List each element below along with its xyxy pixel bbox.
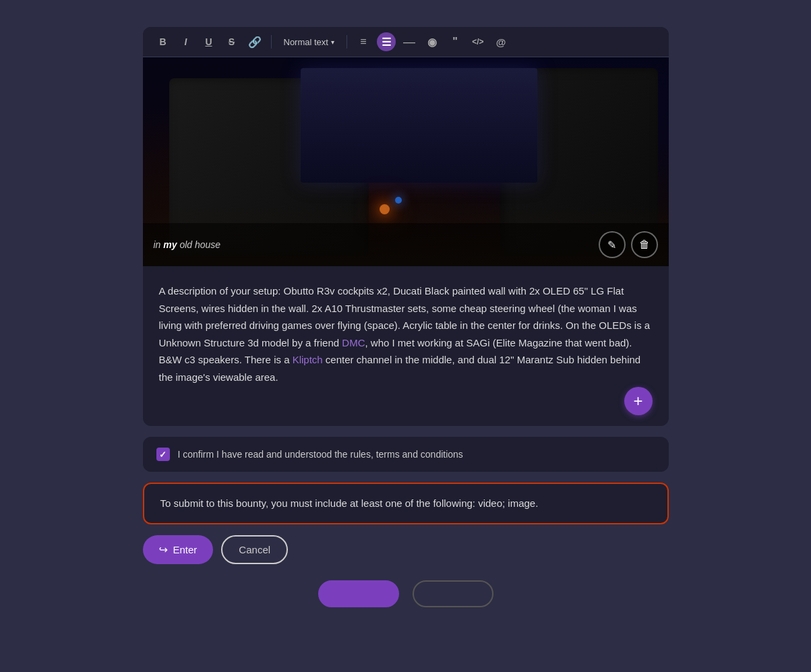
text-style-dropdown[interactable]: Normal text ▾ xyxy=(278,34,340,50)
enter-button[interactable]: ↩ Enter xyxy=(143,535,214,564)
article-text-block[interactable]: A description of your setup: Obutto R3v … xyxy=(143,266,669,426)
mention-button[interactable]: @ xyxy=(491,32,510,51)
editor-panel: B I U S 🔗 Normal text ▾ ≡ ☰ — ◉ " </> @ xyxy=(143,27,669,426)
image-caption: in my old house xyxy=(154,239,221,250)
quote-button[interactable]: " xyxy=(446,32,464,51)
terms-checkbox[interactable] xyxy=(156,448,170,461)
main-container: B I U S 🔗 Normal text ▾ ≡ ☰ — ◉ " </> @ xyxy=(143,27,669,607)
bullet-list-button[interactable]: ☰ xyxy=(377,32,396,51)
toolbar-divider-1 xyxy=(271,35,272,49)
error-message-text: To submit to this bounty, you must inclu… xyxy=(160,497,539,509)
add-content-button[interactable]: + xyxy=(624,387,653,415)
bottom-btn-right[interactable] xyxy=(413,580,493,607)
cancel-button[interactable]: Cancel xyxy=(221,535,288,564)
toolbar-divider-2 xyxy=(347,35,347,49)
enter-button-label: Enter xyxy=(173,544,198,555)
blue-highlight-shape xyxy=(395,197,402,204)
strikethrough-button[interactable]: S xyxy=(222,32,241,51)
error-message-box: To submit to this bounty, you must inclu… xyxy=(143,483,669,524)
bold-button[interactable]: B xyxy=(154,32,173,51)
chevron-down-icon: ▾ xyxy=(331,38,334,46)
kliptch-link[interactable]: Kliptch xyxy=(293,354,323,365)
divider-button[interactable]: — xyxy=(400,32,419,51)
italic-button[interactable]: I xyxy=(177,32,196,51)
underline-button[interactable]: U xyxy=(200,32,218,51)
preview-button[interactable]: ◉ xyxy=(423,32,442,51)
action-buttons-row: ↩ Enter Cancel xyxy=(143,535,669,564)
link-button[interactable]: 🔗 xyxy=(245,32,264,51)
delete-image-button[interactable]: 🗑 xyxy=(631,231,658,258)
image-action-buttons: ✎ 🗑 xyxy=(599,231,658,258)
editor-content: in my old house ✎ 🗑 A description of you… xyxy=(143,57,669,426)
code-button[interactable]: </> xyxy=(469,32,487,51)
screen-glow-shape xyxy=(301,68,537,183)
plus-icon: + xyxy=(633,392,642,410)
image-caption-bar: in my old house ✎ 🗑 xyxy=(143,223,669,266)
bottom-bar xyxy=(143,575,669,607)
terms-checkbox-row: I confirm I have read and understood the… xyxy=(143,437,669,472)
terms-label: I confirm I have read and understood the… xyxy=(178,449,463,460)
dmc-link[interactable]: DMC xyxy=(342,337,365,348)
ordered-list-button[interactable]: ≡ xyxy=(354,32,373,51)
orange-highlight-shape xyxy=(380,204,390,214)
edit-image-button[interactable]: ✎ xyxy=(599,231,626,258)
bottom-btn-left[interactable] xyxy=(318,580,399,607)
enter-icon: ↩ xyxy=(159,543,168,556)
image-block: in my old house ✎ 🗑 xyxy=(143,57,669,266)
editor-toolbar: B I U S 🔗 Normal text ▾ ≡ ☰ — ◉ " </> @ xyxy=(143,27,669,57)
